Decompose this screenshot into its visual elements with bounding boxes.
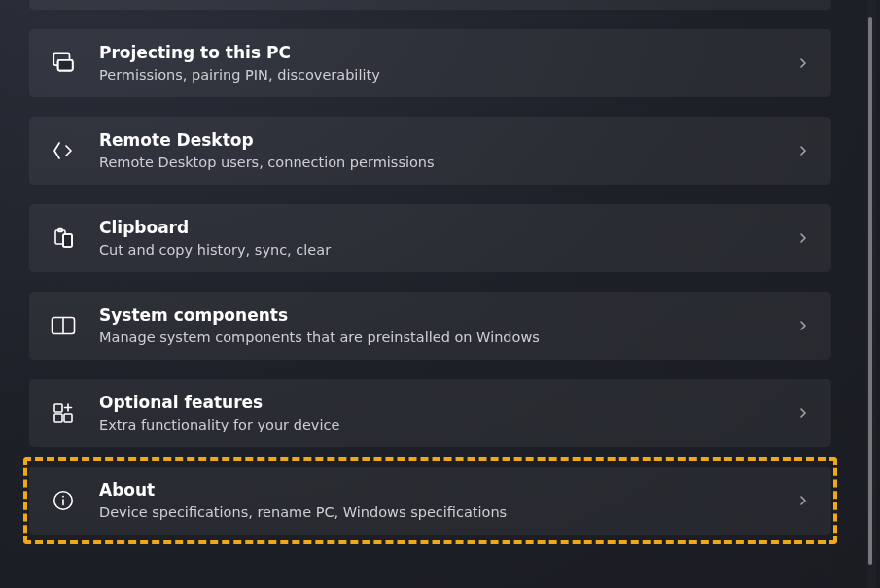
settings-item-remote-desktop[interactable]: Remote Desktop Remote Desktop users, con… <box>29 117 831 185</box>
settings-item-subtitle: Manage system components that are preins… <box>99 329 796 346</box>
settings-item-partial[interactable] <box>29 0 831 10</box>
settings-item-title: Clipboard <box>99 218 796 238</box>
settings-item-subtitle: Remote Desktop users, connection permiss… <box>99 154 796 171</box>
chevron-right-icon <box>796 406 810 420</box>
chevron-right-icon <box>796 319 810 332</box>
chevron-right-icon <box>796 231 810 245</box>
settings-item-title: System components <box>99 305 796 326</box>
scrollbar-track[interactable] <box>866 0 876 588</box>
settings-item-text: Clipboard Cut and copy history, sync, cl… <box>99 218 796 258</box>
settings-item-text: About Device specifications, rename PC, … <box>99 480 796 520</box>
chevron-right-icon <box>796 494 810 507</box>
settings-item-title: Remote Desktop <box>99 130 796 151</box>
settings-item-text: Projecting to this PC Permissions, pairi… <box>99 43 796 83</box>
settings-item-title: Projecting to this PC <box>99 43 796 63</box>
svg-point-16 <box>62 496 64 498</box>
settings-item-clipboard[interactable]: Clipboard Cut and copy history, sync, cl… <box>29 204 831 272</box>
svg-rect-9 <box>54 404 62 412</box>
settings-system-list: Projecting to this PC Permissions, pairi… <box>0 0 861 588</box>
settings-item-projecting[interactable]: Projecting to this PC Permissions, pairi… <box>29 29 831 97</box>
clipboard-icon <box>51 225 76 251</box>
settings-item-text: Optional features Extra functionality fo… <box>99 393 796 432</box>
optional-features-icon <box>51 400 76 426</box>
svg-rect-10 <box>54 414 62 422</box>
projecting-icon <box>51 51 76 76</box>
settings-item-text: System components Manage system componen… <box>99 305 796 345</box>
settings-item-subtitle: Device specifications, rename PC, Window… <box>99 503 796 521</box>
scrollbar-thumb[interactable] <box>868 17 872 565</box>
chevron-right-icon <box>796 56 810 70</box>
settings-item-subtitle: Extra functionality for your device <box>99 416 796 433</box>
about-icon <box>51 488 76 513</box>
svg-rect-5 <box>63 234 72 247</box>
settings-item-subtitle: Cut and copy history, sync, clear <box>99 241 796 259</box>
settings-item-system-components[interactable]: System components Manage system componen… <box>29 292 831 360</box>
settings-item-optional-features[interactable]: Optional features Extra functionality fo… <box>29 379 831 447</box>
svg-rect-11 <box>64 414 72 422</box>
settings-item-title: Optional features <box>99 393 796 413</box>
svg-rect-1 <box>58 60 73 71</box>
remote-desktop-icon <box>51 138 76 163</box>
system-components-icon <box>51 313 76 338</box>
settings-item-subtitle: Permissions, pairing PIN, discoverabilit… <box>99 66 796 84</box>
settings-item-about[interactable]: About Device specifications, rename PC, … <box>29 467 831 535</box>
settings-item-title: About <box>99 480 796 501</box>
chevron-right-icon <box>796 144 810 157</box>
settings-item-text: Remote Desktop Remote Desktop users, con… <box>99 130 796 170</box>
